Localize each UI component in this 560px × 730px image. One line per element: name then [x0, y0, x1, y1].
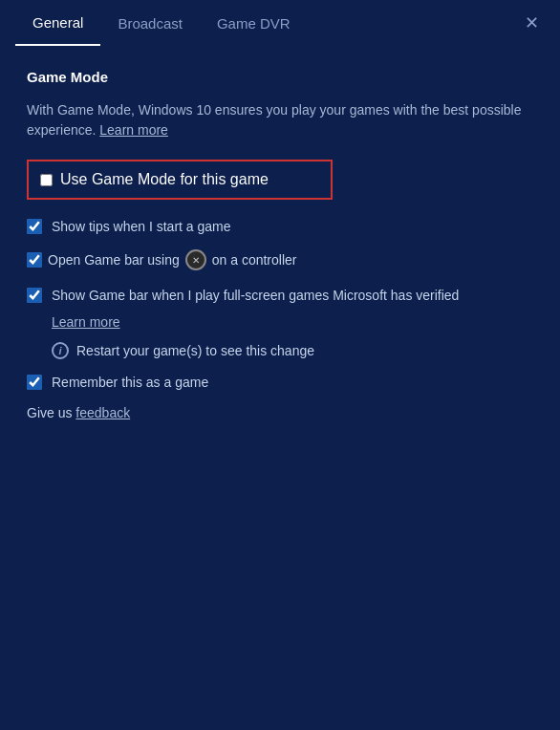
remember-game-item: Remember this as a game	[27, 375, 533, 390]
show-game-bar-checkbox[interactable]	[27, 288, 42, 303]
show-game-bar-item: Show Game bar when I play full-screen ga…	[27, 286, 533, 306]
content-area: Game Mode With Game Mode, Windows 10 ens…	[0, 46, 560, 730]
open-game-bar-checkbox[interactable]	[27, 252, 42, 268]
open-game-bar-item: Open Game bar using on a controller	[27, 249, 533, 270]
remember-game-label[interactable]: Remember this as a game	[52, 375, 208, 390]
show-tips-item: Show tips when I start a game	[27, 219, 533, 234]
game-mode-label[interactable]: Use Game Mode for this game	[60, 171, 269, 188]
open-game-bar-text-before: Open Game bar using	[48, 252, 180, 268]
game-mode-highlight-box: Use Game Mode for this game	[27, 160, 333, 200]
tab-general[interactable]: General	[15, 1, 100, 46]
tab-game-dvr[interactable]: Game DVR	[200, 2, 308, 45]
open-game-bar-label[interactable]: Open Game bar using on a controller	[48, 249, 296, 270]
close-button[interactable]: ✕	[519, 11, 545, 35]
game-bar-learn-more-link[interactable]: Learn more	[52, 314, 120, 330]
settings-window: General Broadcast Game DVR ✕ Game Mode W…	[0, 0, 560, 730]
show-game-bar-sub-links: Learn more	[52, 313, 533, 331]
info-icon: i	[52, 342, 69, 359]
open-game-bar-text-after: on a controller	[212, 252, 297, 268]
section-description: With Game Mode, Windows 10 ensures you p…	[27, 100, 533, 140]
game-mode-checkbox[interactable]	[40, 174, 53, 186]
restart-info-row: i Restart your game(s) to see this chang…	[52, 342, 533, 359]
tab-bar: General Broadcast Game DVR ✕	[0, 0, 560, 46]
feedback-prefix: Give us	[27, 405, 75, 420]
show-tips-checkbox[interactable]	[27, 219, 42, 234]
show-game-bar-label[interactable]: Show Game bar when I play full-screen ga…	[52, 288, 459, 303]
xbox-icon	[185, 249, 206, 270]
section-title: Game Mode	[27, 69, 533, 85]
show-tips-label[interactable]: Show tips when I start a game	[52, 219, 231, 234]
remember-game-checkbox[interactable]	[27, 375, 42, 390]
feedback-row: Give us feedback	[27, 405, 533, 420]
feedback-link[interactable]: feedback	[75, 405, 130, 420]
restart-info-text: Restart your game(s) to see this change	[76, 343, 314, 358]
description-learn-more-link[interactable]: Learn more	[99, 122, 168, 138]
tab-broadcast[interactable]: Broadcast	[100, 2, 200, 45]
